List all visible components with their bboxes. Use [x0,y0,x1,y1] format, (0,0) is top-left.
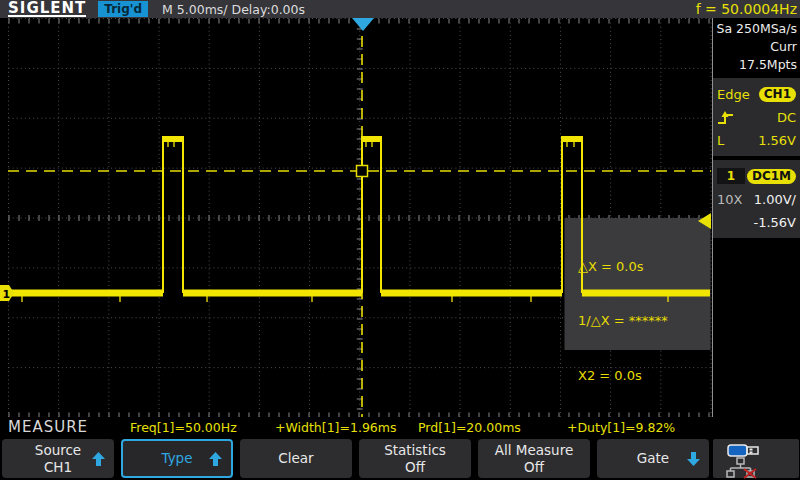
trigger-info-box[interactable]: Edge CH1 DC L 1.56V [713,78,800,156]
measure-period: Prd[1]=20.00ms [418,420,521,435]
up-arrow-icon [209,452,222,466]
probe-attenuation: 10X [717,192,742,207]
trigger-status-badge: Trig'd [98,1,148,17]
trigger-mode: Edge [717,87,750,102]
trigger-level-label: L [717,133,724,148]
measure-title: MEASURE [8,418,88,436]
button-value: CH1 [44,459,72,476]
timebase-readout: M 5.00ms/ Delay:0.00s [162,2,305,17]
button-label: Statistics [384,442,446,459]
top-status-bar: SIGLENT Trig'd M 5.00ms/ Delay:0.00s f =… [0,0,800,18]
volts-per-div: 1.00V/ [754,192,796,207]
cursor-delta-x: △X = 0.0s [578,258,710,276]
trigger-source-badge: CH1 [759,87,796,102]
menu-button-gate[interactable]: Gate [597,439,709,478]
cursor-x2: X2 = 0.0s [578,367,710,385]
measure-freq: Freq[1]=50.00Hz [130,420,237,435]
button-value: Off [524,459,544,476]
trigger-level-value: 1.56V [758,133,796,148]
button-label: Type [161,450,192,467]
menu-button-type[interactable]: Type [121,439,233,478]
channel-number-badge: 1 [717,168,745,184]
acquisition-info: Sa 250MSa/s Curr 17.5Mpts [713,18,800,74]
down-arrow-icon [687,452,700,466]
menu-button-statistics[interactable]: Statistics Off [359,439,471,478]
measure-bar: MEASURE Freq[1]=50.00Hz +Width[1]=1.96ms… [0,417,800,437]
soft-menu-bar: Source CH1 Type Clear Statistics Off All… [0,437,800,480]
button-label: All Measure [495,442,573,459]
trigger-position-marker[interactable] [352,18,374,31]
button-label: Clear [278,450,313,467]
button-value: Off [405,459,425,476]
frequency-counter: f = 50.0004Hz [696,0,797,18]
siglent-logo: SIGLENT [8,1,86,17]
cursor-handle-square[interactable] [357,166,368,177]
oscilloscope-screen: { "topbar": { "brand": "SIGLENT", "trig_… [0,0,800,480]
channel-offset: -1.56V [753,215,796,230]
button-label: Source [35,442,81,459]
channel-info-box[interactable]: 1 DC1M 10X 1.00V/ -1.56V [713,160,800,238]
lan-disconnected-icon [726,457,760,479]
right-sidebar: Sa 250MSa/s Curr 17.5Mpts Edge CH1 DC L … [712,18,800,418]
waveform-display-area: 1 △X = 0.0s 1/△X = ****** X2 = 0.0s X1 =… [0,18,712,418]
trigger-coupling: DC [777,110,796,125]
rising-edge-icon [717,110,735,125]
up-arrow-icon [92,452,105,466]
sample-rate: Sa 250MSa/s [713,20,797,38]
channel-coupling-badge: DC1M [747,169,796,184]
memory-depth: Curr 17.5Mpts [713,38,797,74]
status-icon-panel [713,439,799,478]
measure-width: +Width[1]=1.96ms [275,420,397,435]
menu-button-all-measure[interactable]: All Measure Off [478,439,590,478]
menu-button-source[interactable]: Source CH1 [2,439,114,478]
menu-button-clear[interactable]: Clear [240,439,352,478]
ch1-level-marker[interactable]: 1 [0,285,14,301]
measure-duty: +Duty[1]=9.82% [567,420,675,435]
svg-text:1: 1 [3,288,11,301]
button-label: Gate [637,450,669,467]
cursor-inv-delta-x: 1/△X = ****** [578,312,710,330]
